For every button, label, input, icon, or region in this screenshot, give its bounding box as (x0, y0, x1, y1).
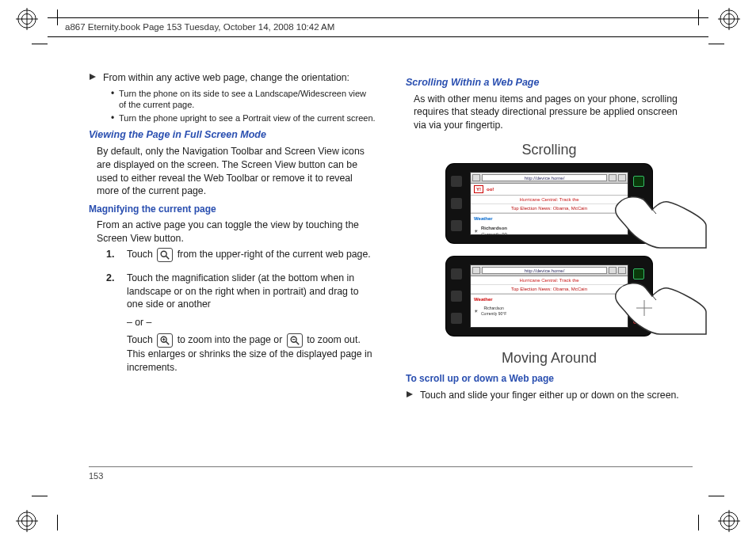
zoom-out-icon (287, 333, 303, 348)
body-text: From an active page you can toggle the v… (97, 219, 376, 245)
footer-rule (89, 466, 693, 467)
section-heading: Scrolling Within a Web Page (406, 76, 693, 89)
document-header-text: a867 Eternity.book Page 153 Tuesday, Oct… (48, 20, 708, 36)
crop-mark (32, 496, 48, 496)
step-number: 1. (106, 248, 119, 267)
svg-line-18 (166, 256, 170, 259)
page-number: 153 (89, 471, 103, 481)
svg-marker-26 (407, 391, 413, 397)
sub-heading: Magnifying the current page (89, 203, 376, 215)
left-column: From within any active web page, change … (89, 71, 376, 485)
arrow-right-icon (89, 71, 98, 85)
step-or: – or – (127, 316, 376, 329)
body-text: By default, only the Navigation Toolbar … (97, 145, 376, 197)
svg-line-20 (166, 342, 170, 345)
hand-pointing-icon (613, 264, 708, 336)
step-text: Touch and slide your finger either up or… (420, 389, 679, 402)
figure-label: Moving Around (406, 348, 693, 367)
step-text: Touch from the upper-right of the curren… (127, 248, 376, 262)
registration-mark-icon (16, 8, 38, 30)
hand-pointing-icon (613, 178, 708, 249)
svg-point-17 (161, 251, 166, 257)
crop-mark (708, 496, 724, 496)
svg-line-24 (296, 342, 299, 345)
bullet-item: Turn the phone upright to see a Portrait… (111, 112, 376, 124)
registration-mark-icon (16, 510, 38, 532)
registration-mark-icon (718, 510, 740, 532)
crop-mark (57, 515, 58, 530)
svg-marker-16 (90, 74, 96, 80)
sub-heading: To scroll up or down a Web page (406, 372, 693, 385)
arrow-right-icon (406, 389, 415, 402)
intro-text: From within any active web page, change … (103, 71, 349, 85)
zoom-in-icon (157, 333, 173, 348)
url-field: http://device.home/ (482, 267, 607, 274)
page-header: a867 Eternity.book Page 153 Tuesday, Oct… (48, 17, 708, 39)
crop-mark (698, 515, 699, 530)
step-text: Touch to zoom into the page or to zoom o… (127, 333, 376, 374)
step-number: 2. (106, 272, 119, 379)
bullet-item: Turn the phone on its side to see a Land… (111, 88, 376, 111)
figure-label: Scrolling (406, 140, 693, 159)
crop-mark (32, 44, 48, 44)
step-text: Touch the magnification slider (at the b… (127, 272, 376, 311)
url-field: http://device.home/ (482, 174, 607, 181)
section-heading: Viewing the Page in Full Screen Mode (89, 128, 376, 142)
registration-mark-icon (718, 8, 740, 30)
magnify-icon (157, 248, 173, 262)
crop-mark (708, 44, 724, 44)
body-text: As with other menu items and pages on yo… (414, 93, 693, 132)
right-column: Scrolling Within a Web Page As with othe… (406, 71, 693, 485)
